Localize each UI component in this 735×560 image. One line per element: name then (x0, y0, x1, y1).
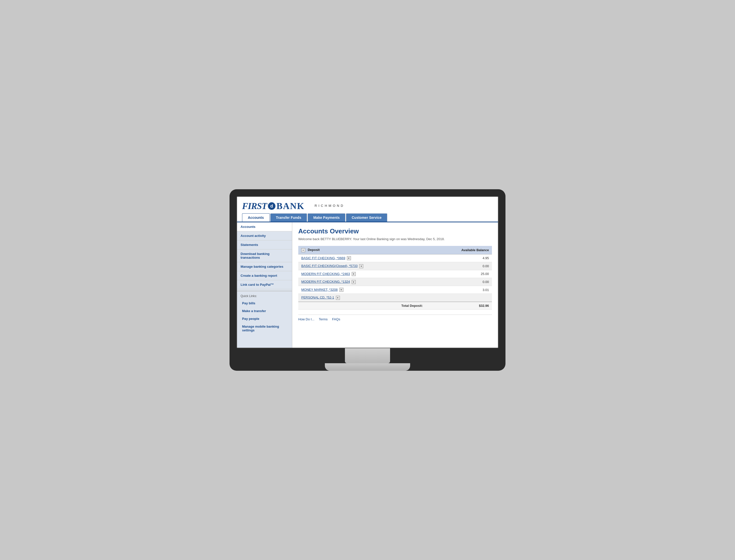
sidebar-item-paypal[interactable]: Link card to PayPal™ (237, 280, 292, 289)
table-row: PERSONAL CD, *52-1 ▾ (298, 294, 492, 302)
table-row: MODERN FIT CHECKING, *2463 ▾ 25.00 (298, 270, 492, 278)
main-layout: Accounts Account activity Statements Dow… (237, 222, 498, 348)
bank-header: FIRST d BANK RICHMOND Accounts Transfer … (237, 197, 498, 222)
balance-0669: 4.95 (428, 254, 492, 262)
account-link-3208[interactable]: MONEY MARKET, *3208 (301, 288, 337, 292)
logo-first-text: FIRST (242, 201, 267, 211)
sidebar-item-accounts[interactable]: Accounts (237, 222, 292, 231)
tab-accounts[interactable]: Accounts (242, 213, 270, 222)
account-name-cell: MONEY MARKET, *3208 ▾ (298, 286, 428, 294)
balance-5733: 0.00 (428, 262, 492, 270)
total-row: Total Deposit: $32.96 (298, 302, 492, 310)
footer-link-how-do-i[interactable]: How Do I... (298, 317, 314, 321)
main-content: Accounts Overview Welcome back BETTY BLU… (292, 222, 498, 348)
table-row: BASIC FIT CHECKING, *0669 ▾ 4.95 (298, 254, 492, 262)
footer-link-terms[interactable]: Terms (319, 317, 327, 321)
sidebar-item-account-activity[interactable]: Account activity (237, 231, 292, 240)
table-row: MODERN FIT CHECKING, *1324 ▾ 0.00 (298, 278, 492, 286)
account-link-cd[interactable]: PERSONAL CD, *52-1 (301, 296, 334, 299)
account-link-2463[interactable]: MODERN FIT CHECKING, *2463 (301, 272, 350, 276)
dropdown-icon-2463[interactable]: ▾ (352, 272, 356, 276)
balance-3208: 3.01 (428, 286, 492, 294)
accounts-table: − Deposit Available Balance BASIC FIT CH… (298, 246, 492, 310)
nav-tabs: Accounts Transfer Funds Make Payments Cu… (242, 213, 493, 222)
monitor-stand-neck (345, 348, 390, 363)
sidebar-item-statements[interactable]: Statements (237, 240, 292, 249)
dropdown-icon-1324[interactable]: ▾ (352, 280, 356, 284)
tab-transfer-funds[interactable]: Transfer Funds (270, 213, 307, 222)
dropdown-icon-3208[interactable]: ▾ (339, 288, 343, 292)
sidebar-item-report[interactable]: Create a banking report (237, 271, 292, 280)
sidebar-item-download[interactable]: Download banking transactions (237, 249, 292, 262)
total-amount: $32.96 (428, 302, 492, 310)
total-label: Total Deposit: (298, 302, 428, 310)
sidebar-item-categories[interactable]: Manage banking categories (237, 262, 292, 271)
quick-links-section: Quick Links: Pay bills Make a transfer P… (237, 291, 292, 334)
tab-make-payments[interactable]: Make Payments (307, 213, 345, 222)
deposit-header: − Deposit (298, 246, 428, 254)
logo-bank-text: BANK (276, 201, 304, 211)
monitor-screen: FIRST d BANK RICHMOND Accounts Transfer … (236, 196, 499, 348)
account-link-1324[interactable]: MODERN FIT CHECKING, *1324 (301, 280, 350, 284)
account-name-cell: PERSONAL CD, *52-1 ▾ (298, 294, 428, 302)
monitor-body: FIRST d BANK RICHMOND Accounts Transfer … (229, 189, 506, 371)
collapse-icon[interactable]: − (301, 248, 305, 252)
account-name-cell: MODERN FIT CHECKING, *1324 ▾ (298, 278, 428, 286)
account-link-5733[interactable]: BASIC FIT CHECKING(Closed), *5733 (301, 264, 357, 268)
account-name-cell: MODERN FIT CHECKING, *2463 ▾ (298, 270, 428, 278)
monitor-stand-base (325, 363, 410, 371)
footer-links: How Do I... Terms FAQs (298, 315, 492, 321)
footer-link-faqs[interactable]: FAQs (332, 317, 340, 321)
dropdown-icon-0669[interactable]: ▾ (347, 256, 351, 260)
quick-link-pay-bills[interactable]: Pay bills (237, 299, 292, 307)
logo-location: RICHMOND (314, 204, 345, 208)
account-name-cell: BASIC FIT CHECKING, *0669 ▾ (298, 254, 428, 262)
sidebar: Accounts Account activity Statements Dow… (237, 222, 292, 348)
table-row: BASIC FIT CHECKING(Closed), *5733 ▾ 0.00 (298, 262, 492, 270)
account-link-0669[interactable]: BASIC FIT CHECKING, *0669 (301, 256, 345, 260)
balance-header: Available Balance (428, 246, 492, 254)
balance-1324: 0.00 (428, 278, 492, 286)
monitor-wrapper: FIRST d BANK RICHMOND Accounts Transfer … (229, 189, 506, 371)
quick-link-mobile-banking[interactable]: Manage mobile banking settings (237, 323, 292, 334)
welcome-message: Welcome back BETTY BLUEBERRY. Your last … (298, 237, 492, 241)
page-title: Accounts Overview (298, 227, 492, 235)
quick-link-pay-people[interactable]: Pay people (237, 315, 292, 323)
tab-customer-service[interactable]: Customer Service (346, 213, 387, 222)
quick-links-label: Quick Links: (237, 293, 292, 299)
dropdown-icon-cd[interactable]: ▾ (336, 296, 340, 300)
balance-cd (428, 294, 492, 302)
logo-d-icon: d (268, 202, 275, 210)
account-name-cell: BASIC FIT CHECKING(Closed), *5733 ▾ (298, 262, 428, 270)
quick-link-make-transfer[interactable]: Make a transfer (237, 307, 292, 315)
balance-2463: 25.00 (428, 270, 492, 278)
bank-logo: FIRST d BANK RICHMOND (242, 201, 493, 211)
dropdown-icon-5733[interactable]: ▾ (359, 264, 363, 268)
table-row: MONEY MARKET, *3208 ▾ 3.01 (298, 286, 492, 294)
